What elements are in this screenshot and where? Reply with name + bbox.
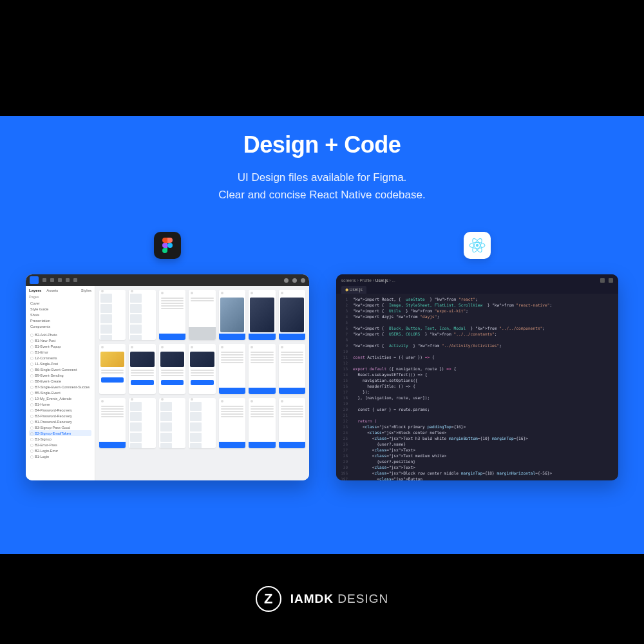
svg-point-0	[167, 243, 173, 248]
artboard[interactable]	[249, 290, 275, 340]
frame-item[interactable]: B4-Password-Recovery	[29, 407, 91, 413]
frame-item[interactable]: 11-Single-Post	[29, 361, 91, 366]
frame-item[interactable]: B3-Password-Recovery	[29, 413, 91, 419]
assets-tab[interactable]: Assets	[46, 289, 58, 292]
artboard[interactable]	[129, 344, 155, 394]
code-lines[interactable]: "kw">import React, { useState } "kw">fro…	[350, 294, 618, 480]
figma-layers-panel[interactable]: Layers Assets Styles Pages CoverStyle Gu…	[26, 286, 95, 480]
brand-text: IAMDK DESIGN	[290, 592, 388, 606]
artboard[interactable]	[159, 398, 185, 448]
figma-column: Layers Assets Styles Pages CoverStyle Gu…	[26, 232, 309, 480]
artboard[interactable]	[219, 344, 245, 394]
frame-item[interactable]: B9-Event-Sending	[29, 372, 91, 378]
editor-body[interactable]: 1234567891011121314151617181920212223242…	[336, 294, 618, 480]
figma-canvas[interactable]	[95, 286, 309, 480]
hero-section: Design + Code UI Design files available …	[0, 116, 644, 554]
artboard[interactable]	[99, 398, 126, 448]
frame-item[interactable]: B8-Event-Create	[29, 378, 91, 384]
frame-item[interactable]: B1-Home	[29, 401, 91, 407]
avatar-icon[interactable]	[284, 278, 289, 283]
react-app-badge	[464, 232, 491, 259]
frame-tool-icon[interactable]	[50, 278, 54, 282]
page-item[interactable]: Style Guide	[29, 306, 91, 312]
frame-item[interactable]: B1-New-Post	[29, 337, 91, 343]
artboard[interactable]	[279, 344, 305, 394]
artboard[interactable]	[189, 398, 215, 448]
footer: Z IAMDK DESIGN	[0, 554, 644, 644]
page-item[interactable]: Presentation	[29, 317, 91, 323]
artboard[interactable]	[279, 290, 305, 340]
frame-item[interactable]: B1-Error	[29, 349, 91, 355]
editor-titlebar: screens › Profile › User.js › ...	[336, 274, 618, 286]
layers-tab[interactable]: Layers	[29, 289, 41, 292]
page-item[interactable]: Cover	[29, 300, 91, 306]
hero-sub-line1: UI Design files available for Figma.	[218, 169, 425, 186]
more-icon[interactable]	[609, 278, 613, 283]
hero-title: Design + Code	[243, 131, 401, 158]
artboard[interactable]	[189, 290, 215, 340]
breadcrumb[interactable]: screens › Profile › User.js › ...	[341, 278, 395, 283]
frame-item[interactable]: B5-Single-Event	[29, 390, 91, 395]
page-item[interactable]: Components	[29, 323, 91, 329]
artboard[interactable]	[99, 290, 126, 340]
page-item[interactable]: Shots	[29, 312, 91, 317]
text-tool-icon[interactable]	[73, 278, 77, 282]
hero-subtitle: UI Design files available for Figma. Cle…	[218, 169, 425, 204]
frame-item[interactable]: B2-Signup-EmailTaken	[29, 430, 91, 436]
editor-tab[interactable]: ◆ User.js	[341, 286, 366, 294]
share-icon[interactable]	[292, 278, 297, 283]
frame-item[interactable]: B1-Event-Popup	[29, 343, 91, 349]
frame-item[interactable]: B6-Single-Event-Comment	[29, 366, 91, 372]
artboard[interactable]	[159, 344, 185, 394]
pages-heading: Pages	[29, 295, 91, 299]
shape-tool-icon[interactable]	[58, 278, 62, 282]
pen-tool-icon[interactable]	[66, 278, 70, 282]
frame-item[interactable]: B1-Login	[29, 453, 91, 459]
artboard[interactable]	[279, 398, 305, 448]
top-black-band	[0, 0, 644, 116]
hero-sub-line2: Clear and concise React Native codebase.	[218, 186, 425, 204]
frame-item[interactable]: B1-Signup	[29, 436, 91, 442]
figma-logo-button[interactable]	[30, 276, 39, 284]
code-screenshot: screens › Profile › User.js › ... ◆ User…	[336, 274, 618, 480]
code-column: screens › Profile › User.js › ... ◆ User…	[336, 232, 618, 480]
artboard[interactable]	[129, 290, 155, 340]
artboard[interactable]	[99, 344, 126, 394]
figma-app-badge	[154, 232, 181, 259]
frame-item[interactable]: B2-Error-Pass	[29, 442, 91, 448]
frame-item[interactable]: B2-Add-Photo	[29, 332, 91, 337]
split-editor-icon[interactable]	[600, 278, 605, 283]
artboard[interactable]	[159, 290, 185, 340]
frame-item[interactable]: B3-Signup-Pass-Good	[29, 424, 91, 430]
line-gutter: 1234567891011121314151617181920212223242…	[336, 294, 350, 480]
styles-tab[interactable]: Styles	[81, 289, 91, 292]
present-icon[interactable]	[301, 278, 305, 283]
artboard[interactable]	[189, 344, 215, 394]
brand-logo-icon: Z	[256, 586, 281, 612]
move-tool-icon[interactable]	[43, 278, 46, 282]
artboard[interactable]	[249, 344, 275, 394]
frame-item[interactable]: 10-My_Events_Attende	[29, 395, 91, 401]
react-icon	[469, 237, 486, 254]
figma-screenshot: Layers Assets Styles Pages CoverStyle Gu…	[26, 274, 309, 480]
frame-item[interactable]: 12-Comments	[29, 355, 91, 361]
artboard[interactable]	[249, 398, 275, 448]
figma-icon	[162, 238, 173, 253]
frame-item[interactable]: B2-Login-Error	[29, 448, 91, 453]
figma-toolbar[interactable]	[26, 274, 309, 286]
frame-item[interactable]: B7-Single-Event-Comment-Succes	[29, 384, 91, 390]
artboard[interactable]	[219, 290, 245, 340]
artboard[interactable]	[219, 398, 245, 448]
svg-point-1	[476, 244, 478, 247]
frame-item[interactable]: B1-Password-Recovery	[29, 419, 91, 424]
artboard[interactable]	[129, 398, 155, 448]
